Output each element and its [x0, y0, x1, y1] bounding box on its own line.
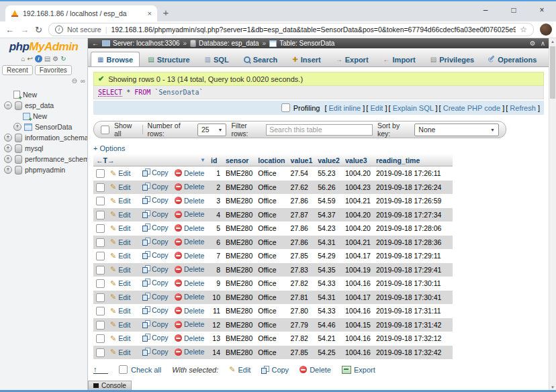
edit-row-button[interactable]: Edit — [110, 224, 130, 233]
forward-icon[interactable]: → — [20, 25, 29, 35]
with-selected-edit-button[interactable]: Edit — [229, 365, 250, 374]
delete-row-button[interactable]: Delete — [175, 252, 204, 260]
row-checkbox[interactable] — [96, 266, 105, 275]
collapse-panel-icon[interactable]: ∧ — [541, 40, 545, 47]
sql-keyword-select[interactable]: SELECT — [98, 89, 122, 97]
sort-dropdown-icon[interactable]: ▼ — [200, 157, 205, 163]
delete-row-button[interactable]: Delete — [175, 238, 204, 246]
refresh-icon[interactable]: ↻ — [35, 25, 42, 35]
logout-icon[interactable]: ↩ — [27, 55, 32, 62]
number-of-rows-select[interactable]: 25 ▼ — [197, 124, 226, 136]
delete-row-button[interactable]: Delete — [175, 169, 204, 177]
edit-row-button[interactable]: Edit — [110, 348, 130, 356]
row-checkbox[interactable] — [96, 224, 105, 233]
expand-icon[interactable]: + — [4, 144, 12, 152]
tab-close-icon[interactable]: × — [148, 9, 152, 17]
delete-row-button[interactable]: Delete — [175, 183, 204, 191]
copy-row-button[interactable]: Copy — [142, 183, 169, 191]
copy-row-button[interactable]: Copy — [142, 306, 169, 314]
new-tab-button[interactable]: + — [158, 5, 173, 20]
tab-operations[interactable]: Operations — [482, 52, 543, 66]
tab-privileges[interactable]: ▤Privileges — [424, 52, 481, 66]
column-header-value2[interactable]: value2 — [315, 154, 342, 166]
copy-row-button[interactable]: Copy — [142, 293, 169, 301]
delete-row-button[interactable]: Delete — [175, 279, 204, 287]
delete-row-button[interactable]: Delete — [175, 348, 204, 356]
show-all-checkbox[interactable] — [101, 126, 109, 134]
scrollbar-up-icon[interactable]: ▲ — [549, 40, 556, 44]
link-edit-inline[interactable]: Edit inline — [329, 104, 361, 112]
copy-row-button[interactable]: Copy — [142, 320, 169, 328]
link-panels-icon[interactable]: ∞ — [81, 77, 85, 85]
close-button[interactable]: × — [528, 1, 556, 20]
tree-item-performance-schema[interactable]: +performance_schema — [0, 154, 87, 164]
main-scrollbar[interactable]: ▲ ▼ — [549, 38, 556, 392]
column-header-value3[interactable]: value3 — [342, 154, 373, 166]
sidebar-tab-favorites[interactable]: Favorites — [35, 65, 72, 75]
copy-row-button[interactable]: Copy — [142, 348, 169, 356]
delete-row-button[interactable]: Delete — [175, 307, 204, 315]
refresh-icon[interactable]: ↻ — [60, 55, 66, 62]
edit-row-button[interactable]: Edit — [110, 169, 130, 178]
row-checkbox[interactable] — [96, 321, 105, 330]
breadcrumb-link[interactable]: Server: localhost:3306 — [113, 40, 180, 47]
scrollbar-thumb[interactable] — [550, 46, 555, 99]
sidebar-tab-recent[interactable]: Recent — [2, 65, 33, 75]
copy-row-button[interactable]: Copy — [142, 168, 169, 177]
edit-row-button[interactable]: Edit — [110, 183, 130, 191]
row-checkbox[interactable] — [96, 211, 105, 219]
edit-row-button[interactable]: Edit — [110, 265, 130, 274]
edit-row-button[interactable]: Edit — [110, 293, 130, 301]
tab-insert[interactable]: ✚Insert — [285, 52, 327, 66]
phpmyadmin-logo[interactable]: phpMyAdmin — [0, 40, 87, 54]
expand-icon[interactable]: + — [4, 155, 12, 163]
with-selected-export-button[interactable]: Export — [342, 365, 375, 374]
edit-row-button[interactable]: Edit — [110, 238, 130, 246]
link-refresh[interactable]: Refresh — [510, 104, 536, 112]
check-all-checkbox[interactable] — [119, 365, 128, 374]
breadcrumb-link[interactable]: Table: SensorData — [279, 40, 334, 47]
tab-export[interactable]: →Export — [329, 52, 375, 66]
options-toggle[interactable]: + Options — [93, 144, 544, 152]
profile-avatar[interactable] — [540, 23, 552, 36]
arrow-t-header[interactable]: ←T→ — [96, 156, 114, 164]
link-explain-sql[interactable]: Explain SQL — [393, 104, 434, 112]
docs-icon[interactable]: i — [35, 55, 42, 62]
collapse-all-icon[interactable]: ⊖ — [71, 77, 77, 85]
scroll-to-top-icon[interactable]: ↑ — [93, 366, 108, 374]
row-checkbox[interactable] — [96, 348, 105, 357]
copy-row-button[interactable]: Copy — [142, 210, 169, 218]
delete-row-button[interactable]: Delete — [175, 210, 204, 218]
scrollbar-down-icon[interactable]: ▼ — [549, 385, 556, 389]
copy-row-button[interactable]: Copy — [142, 251, 169, 259]
tree-item-sensordata[interactable]: +SensorData — [0, 121, 87, 132]
edit-row-button[interactable]: Edit — [110, 197, 130, 205]
row-checkbox[interactable] — [96, 169, 105, 178]
tree-item-mysql[interactable]: +mysql — [0, 143, 87, 154]
tree-item-esp-data[interactable]: −esp_data — [0, 100, 87, 111]
column-header-sensor[interactable]: sensor — [223, 154, 255, 166]
delete-row-button[interactable]: Delete — [175, 334, 204, 342]
settings-icon[interactable]: ⚙ — [52, 55, 58, 62]
tree-item-new[interactable]: New — [0, 111, 87, 121]
link-edit[interactable]: Edit — [370, 104, 383, 112]
row-checkbox[interactable] — [96, 307, 105, 315]
row-checkbox[interactable] — [96, 279, 105, 288]
edit-row-button[interactable]: Edit — [110, 279, 130, 288]
with-selected-copy-button[interactable]: Copy — [261, 365, 289, 374]
delete-row-button[interactable]: Delete — [175, 320, 204, 328]
collapse-nav-arrow-icon[interactable]: ← — [92, 40, 99, 47]
tab-import[interactable]: ←Import — [377, 52, 422, 66]
expand-icon[interactable]: + — [4, 134, 12, 142]
sort-by-key-select[interactable]: None ▼ — [414, 124, 499, 136]
filter-rows-input[interactable] — [266, 124, 373, 136]
row-checkbox[interactable] — [96, 238, 105, 247]
edit-row-button[interactable]: Edit — [110, 210, 130, 219]
tab-structure[interactable]: ▤Structure — [141, 52, 196, 66]
copy-row-button[interactable]: Copy — [142, 334, 169, 342]
delete-row-button[interactable]: Delete — [175, 197, 204, 205]
settings-icon[interactable]: ⚙ — [530, 40, 536, 47]
maximize-button[interactable]: □ — [500, 1, 528, 20]
edit-row-button[interactable]: Edit — [110, 252, 130, 260]
expand-icon[interactable]: + — [13, 123, 21, 131]
